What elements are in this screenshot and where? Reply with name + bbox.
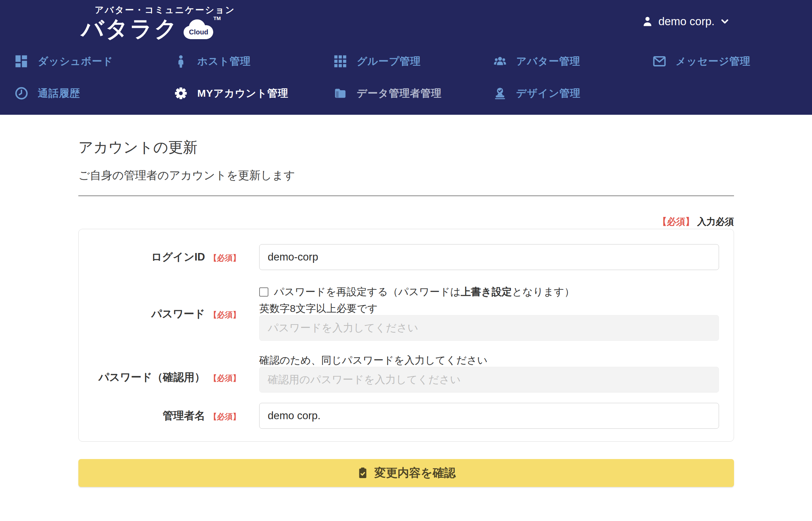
user-icon [641,15,654,28]
password-confirm-label: パスワード（確認用） [98,371,205,383]
account-menu[interactable]: demo corp. [641,15,730,28]
password-confirm-row: パスワード（確認用）【必須】 確認のため、同じパスワードを入力してください [79,354,719,393]
confirm-changes-button[interactable]: 変更内容を確認 [78,459,734,487]
group-grid-icon [333,54,347,68]
login-id-row: ログインID【必須】 [79,244,719,270]
password-input[interactable] [259,315,719,341]
nav-item-avatar-management[interactable]: アバター管理 [493,50,653,72]
nav-item-host-management[interactable]: ホスト管理 [174,50,333,72]
main-nav: ダッシュボード ホスト管理 グループ管理 [15,50,812,104]
cloud-badge-icon: Cloud TM [182,18,218,42]
nav-item-my-account[interactable]: MYアカウント管理 [174,82,333,104]
app-header: アバター・コミュニケーション バタラク Cloud TM demo corp. [0,0,812,115]
required-badge: 【必須】 [209,253,240,262]
admin-name-input[interactable] [259,403,719,429]
clipboard-check-icon [357,467,369,479]
page-title: アカウントの更新 [78,138,734,156]
gear-icon [174,86,188,100]
account-form-card: ログインID【必須】 パスワード【必須】 パスワードを再設定する（パスワードは上… [78,229,734,442]
brand-tagline: アバター・コミュニケーション [95,4,235,16]
chevron-down-icon [719,16,730,27]
password-confirm-hint: 確認のため、同じパスワードを入力してください [259,354,719,366]
nav-item-data-admin-management[interactable]: データ管理者管理 [333,82,493,104]
password-hint: 英数字8文字以上必要です [259,303,719,314]
message-icon [653,54,666,68]
nav-item-dashboard[interactable]: ダッシュボード [15,50,174,72]
avatars-icon [493,54,507,68]
required-mark: 【必須】 [658,217,694,227]
password-reset-checkbox[interactable] [259,287,268,297]
admin-name-row: 管理者名【必須】 [79,403,719,429]
call-history-icon [15,86,28,100]
password-label: パスワード [151,308,205,320]
divider [78,195,734,196]
folder-icon [333,86,347,100]
trademark-mark: TM [214,15,221,21]
nav-item-call-history[interactable]: 通話履歴 [15,82,174,104]
admin-name-label: 管理者名 [163,410,205,422]
login-id-label: ログインID [151,251,205,263]
required-badge: 【必須】 [209,412,240,421]
login-id-input[interactable] [259,244,719,270]
password-row: パスワード【必須】 パスワードを再設定する（パスワードは上書き設定となります） … [79,286,719,341]
nav-item-message-management[interactable]: メッセージ管理 [653,50,812,72]
host-icon [174,54,188,68]
password-reset-option: パスワードを再設定する（パスワードは上書き設定となります） [259,286,719,298]
nav-item-group-management[interactable]: グループ管理 [333,50,493,72]
password-confirm-input[interactable] [259,367,719,393]
main-content: アカウントの更新 ご自身の管理者のアカウントを更新します 【必須】入力必須 ログ… [78,138,734,487]
confirm-changes-label: 変更内容を確認 [374,465,456,481]
required-legend: 【必須】入力必須 [78,216,734,227]
page-subtitle: ご自身の管理者のアカウントを更新します [78,168,734,183]
account-name: demo corp. [658,15,715,28]
nav-item-design-management[interactable]: デザイン管理 [493,82,653,104]
dashboard-icon [15,54,28,68]
required-badge: 【必須】 [209,310,240,319]
brand-name: バタラク [81,17,178,40]
required-badge: 【必須】 [209,374,240,382]
brand-logo[interactable]: アバター・コミュニケーション バタラク Cloud TM [81,4,235,42]
password-reset-label: パスワードを再設定する（パスワードは上書き設定となります） [274,285,575,299]
design-stamp-icon [493,86,507,100]
